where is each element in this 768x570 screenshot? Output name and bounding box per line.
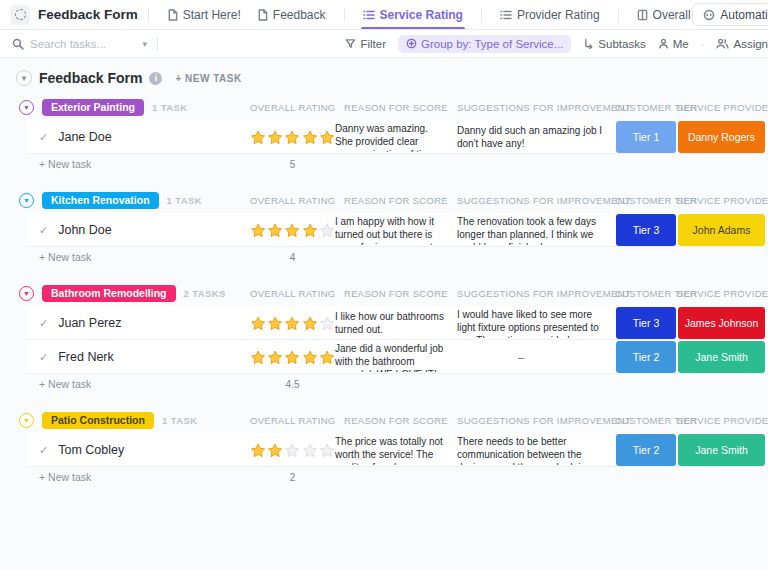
dot-separator: ·: [701, 38, 705, 50]
subtasks-label: Subtasks: [598, 38, 645, 50]
column-header-reason: REASON FOR SCORE: [335, 102, 457, 113]
service-provider-chip[interactable]: Jane Smith: [678, 341, 765, 373]
column-header-overall-rating: OVERALL RATING: [250, 102, 335, 113]
list-icon: [500, 9, 512, 21]
chevron-down-icon[interactable]: ▾: [142, 39, 147, 49]
task-name[interactable]: John Doe: [58, 223, 112, 237]
rating-column-sum: 4.5: [250, 379, 335, 390]
tab-feedback[interactable]: Feedback: [249, 0, 334, 29]
collapse-group-icon[interactable]: ▼: [19, 193, 34, 208]
service-provider-chip[interactable]: James Johnson: [678, 307, 765, 339]
rating-column-sum: 2: [250, 472, 335, 483]
new-task-row-button[interactable]: + New task: [26, 158, 250, 170]
divider: [618, 8, 619, 22]
divider: [481, 8, 482, 22]
service-provider-chip[interactable]: John Adams: [678, 214, 765, 246]
customer-tier-chip[interactable]: Tier 1: [616, 121, 676, 153]
tab-start-here[interactable]: Start Here!: [159, 0, 249, 29]
service-provider-chip[interactable]: Jane Smith: [678, 434, 765, 466]
suggestions-cell[interactable]: –: [457, 351, 615, 364]
top-bar: Feedback Form Start Here! Feedback Servi…: [0, 0, 768, 30]
task-complete-icon[interactable]: ✓: [39, 444, 48, 457]
info-icon[interactable]: i: [149, 72, 162, 85]
tab-service-rating[interactable]: Service Rating: [355, 0, 471, 29]
group-pill[interactable]: Bathroom Remodelling: [42, 285, 176, 302]
reason-for-score-cell[interactable]: Danny was amazing. She provided clear co…: [335, 122, 457, 152]
task-complete-icon[interactable]: ✓: [39, 317, 48, 330]
collapse-group-icon[interactable]: ▼: [19, 286, 34, 301]
group-by-label: Group by: Type of Service...: [421, 38, 563, 50]
group-bathroom-remodelling: ▼ Bathroom Remodelling 2 TASKS OVERALL R…: [26, 282, 766, 393]
star-rating[interactable]: [250, 442, 335, 459]
list-header: ▼ Feedback Form i + NEW TASK: [16, 70, 768, 86]
list-title: Feedback Form: [39, 70, 142, 86]
group-task-count: 2 TASKS: [184, 288, 226, 299]
filter-button[interactable]: Filter: [345, 38, 386, 50]
tab-label: Feedback: [273, 8, 326, 22]
reason-for-score-cell[interactable]: The price was totally not worth the serv…: [335, 435, 457, 465]
collapse-group-icon[interactable]: ▼: [19, 100, 34, 115]
suggestions-cell[interactable]: I would have liked to see more light fix…: [457, 308, 615, 338]
task-name[interactable]: Tom Cobley: [58, 443, 124, 457]
me-label: Me: [673, 38, 689, 50]
group-footer: + New task 4: [26, 248, 766, 266]
suggestions-cell[interactable]: The renovation took a few days longer th…: [457, 215, 615, 245]
assignees-button[interactable]: Assign: [716, 38, 768, 50]
star-rating[interactable]: [250, 315, 335, 332]
suggestions-cell[interactable]: There needs to be better communication b…: [457, 435, 615, 465]
group-by-button[interactable]: Group by: Type of Service...: [398, 35, 571, 53]
me-mode-button[interactable]: Me: [658, 38, 689, 50]
search-input[interactable]: Search tasks... ▾: [12, 38, 147, 50]
group-task-count: 1 TASK: [152, 102, 187, 113]
table-row: ✓ Jane Doe Danny was amazing. She provid…: [26, 120, 766, 154]
customer-tier-chip[interactable]: Tier 3: [616, 214, 676, 246]
tab-provider-rating[interactable]: Provider Rating: [492, 0, 608, 29]
collapse-group-icon[interactable]: ▼: [19, 413, 34, 428]
star-rating[interactable]: [250, 129, 335, 146]
group-pill[interactable]: Exterior Painting: [42, 99, 144, 116]
task-name[interactable]: Juan Perez: [58, 316, 121, 330]
service-provider-chip[interactable]: Danny Rogers: [678, 121, 765, 153]
group-pill[interactable]: Patio Construction: [42, 412, 154, 429]
reason-for-score-cell[interactable]: I like how our bathrooms turned out.: [335, 310, 457, 336]
space-settings-icon[interactable]: [10, 5, 30, 25]
automations-button[interactable]: Automations: [692, 3, 768, 26]
star-rating[interactable]: [250, 222, 335, 239]
automation-robot-icon: [703, 9, 715, 21]
task-name[interactable]: Fred Nerk: [58, 350, 114, 364]
customer-tier-chip[interactable]: Tier 3: [616, 307, 676, 339]
column-header-overall-rating: OVERALL RATING: [250, 288, 335, 299]
suggestions-cell[interactable]: Danny did such an amazing job I don't ha…: [457, 124, 615, 150]
column-header-reason: REASON FOR SCORE: [335, 415, 457, 426]
reason-for-score-cell[interactable]: I am happy with how it turned out but th…: [335, 215, 457, 245]
task-complete-icon[interactable]: ✓: [39, 351, 48, 364]
people-icon: [716, 38, 729, 49]
divider: [344, 8, 345, 22]
customer-tier-chip[interactable]: Tier 2: [616, 434, 676, 466]
group-exterior-painting: ▼ Exterior Painting 1 TASK OVERALL RATIN…: [26, 96, 766, 173]
task-complete-icon[interactable]: ✓: [39, 131, 48, 144]
group-header: ▼ Exterior Painting 1 TASK OVERALL RATIN…: [26, 96, 766, 118]
new-task-button[interactable]: + NEW TASK: [175, 73, 241, 84]
new-task-row-button[interactable]: + New task: [26, 471, 250, 483]
group-pill[interactable]: Kitchen Renovation: [42, 192, 159, 209]
column-header-customer-tier: CUSTOMER TIER: [615, 415, 677, 426]
column-header-service-provider: SERVICE PROVIDER: [677, 415, 766, 426]
new-task-row-button[interactable]: + New task: [26, 378, 250, 390]
new-task-row-button[interactable]: + New task: [26, 251, 250, 263]
task-name[interactable]: Jane Doe: [58, 130, 112, 144]
filter-funnel-icon: [345, 38, 356, 49]
table-row: ✓ Fred Nerk Jane did a wonderful job wit…: [26, 340, 766, 374]
collapse-list-icon[interactable]: ▼: [16, 70, 32, 86]
group-header: ▼ Kitchen Renovation 1 TASK OVERALL RATI…: [26, 189, 766, 211]
group-kitchen-renovation: ▼ Kitchen Renovation 1 TASK OVERALL RATI…: [26, 189, 766, 266]
subtasks-button[interactable]: Subtasks: [583, 38, 645, 50]
task-complete-icon[interactable]: ✓: [39, 224, 48, 237]
search-placeholder: Search tasks...: [30, 38, 106, 50]
star-rating[interactable]: [250, 349, 335, 366]
customer-tier-chip[interactable]: Tier 2: [616, 341, 676, 373]
column-header-overall-rating: OVERALL RATING: [250, 415, 335, 426]
column-header-reason: REASON FOR SCORE: [335, 195, 457, 206]
reason-for-score-cell[interactable]: Jane did a wonderful job with the bathro…: [335, 342, 457, 372]
rating-column-sum: 5: [250, 159, 335, 170]
